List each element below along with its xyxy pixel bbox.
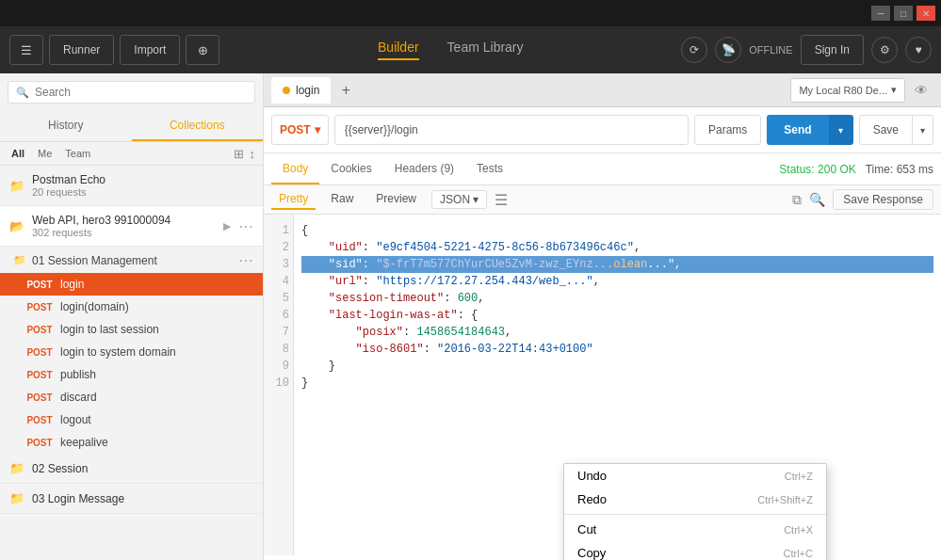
env-label: My Local R80 De... xyxy=(799,85,887,96)
code-line-6: "last-login-was-at": { xyxy=(301,307,933,324)
collection-web-api[interactable]: 📂 Web API, hero3 991000094 302 requests … xyxy=(0,206,263,247)
method-badge: POST xyxy=(24,414,55,426)
minimize-button[interactable]: ─ xyxy=(871,6,890,21)
send-btn-wrap: Send ▾ xyxy=(767,115,852,145)
send-button[interactable]: Send xyxy=(767,115,828,145)
ctx-cut[interactable]: Cut Ctrl+X xyxy=(564,518,826,541)
format-icon[interactable]: ☰ xyxy=(495,191,508,209)
tab-label: login xyxy=(296,84,319,97)
add-collection-button[interactable]: ⊞ xyxy=(234,147,244,161)
method-badge: POST xyxy=(24,279,55,291)
sidebar-list: 📁 Postman Echo 20 requests 📂 Web API, he… xyxy=(0,166,263,560)
runner-button[interactable]: Runner xyxy=(49,35,114,65)
top-nav: ☰ Runner Import ⊕ Builder Team Library ⟳… xyxy=(0,26,941,73)
save-arrow-button[interactable]: ▾ xyxy=(913,115,933,145)
request-name: discard xyxy=(60,391,97,404)
sign-in-button[interactable]: Sign In xyxy=(801,35,864,65)
ctx-redo[interactable]: Redo Ctrl+Shift+Z xyxy=(564,488,826,511)
save-button[interactable]: Save xyxy=(859,115,913,145)
request-login-domain[interactable]: POST login(domain) xyxy=(0,296,263,318)
search-input-wrap[interactable]: 🔍 xyxy=(8,81,255,104)
send-arrow-button[interactable]: ▾ xyxy=(829,115,853,145)
lang-select[interactable]: JSON ▾ xyxy=(431,190,487,209)
tab-body[interactable]: Body xyxy=(271,154,319,184)
request-discard[interactable]: POST discard xyxy=(0,386,263,408)
preview-button[interactable]: Preview xyxy=(368,189,424,210)
pretty-button[interactable]: Pretty xyxy=(271,189,316,210)
tab-team-library[interactable]: Team Library xyxy=(447,40,524,60)
maximize-button[interactable]: □ xyxy=(894,6,913,21)
method-arrow-icon: ▾ xyxy=(315,123,320,136)
search-bar: 🔍 xyxy=(0,73,263,111)
method-select[interactable]: POST ▾ xyxy=(271,115,329,145)
status-value: 200 OK xyxy=(818,163,856,176)
request-login-system-domain[interactable]: POST login to system domain xyxy=(0,341,263,363)
right-panel: login + My Local R80 De... ▾ 👁 POST ▾ Pa… xyxy=(264,73,941,560)
request-keepalive[interactable]: POST keepalive xyxy=(0,431,263,454)
copy-code-button[interactable]: ⧉ xyxy=(792,189,802,210)
filter-team[interactable]: Team xyxy=(61,146,94,161)
request-login[interactable]: POST login xyxy=(0,273,263,296)
eye-button[interactable]: 👁 xyxy=(909,78,933,103)
request-publish[interactable]: POST publish xyxy=(0,363,263,386)
context-menu: Undo Ctrl+Z Redo Ctrl+Shift+Z Cut Ctrl+X… xyxy=(563,463,827,560)
code-line-8: "iso-8601": "2016-03-22T14:43+0100" xyxy=(301,341,933,358)
group-more-icon[interactable]: ⋯ xyxy=(238,251,253,269)
ctx-copy[interactable]: Copy Ctrl+C xyxy=(564,541,826,560)
sync-icon[interactable]: ⟳ xyxy=(681,37,707,63)
method-badge: POST xyxy=(24,324,55,336)
params-button[interactable]: Params xyxy=(694,115,761,145)
collection-02-session[interactable]: 📁 02 Session xyxy=(0,454,263,484)
code-line-3: "sid": "$-frT7m577ChYurCUe5ZvM-zwz_EYnz.… xyxy=(301,256,933,273)
ctx-divider xyxy=(564,514,826,515)
request-login-last-session[interactable]: POST login to last session xyxy=(0,318,263,341)
save-response-button[interactable]: Save Response xyxy=(833,189,933,210)
add-tab-button[interactable]: + xyxy=(334,79,357,102)
sidebar-toggle-button[interactable]: ☰ xyxy=(9,35,43,65)
more-options-icon[interactable]: ⋯ xyxy=(238,217,253,235)
status-label: Status: 200 OK xyxy=(779,163,855,176)
offline-status: OFFLINE xyxy=(749,44,792,56)
request-bar: POST ▾ Params Send ▾ Save ▾ xyxy=(264,107,941,153)
code-line-1: { xyxy=(301,222,933,239)
code-line-9: } xyxy=(301,358,933,375)
tab-history[interactable]: History xyxy=(0,111,132,141)
close-button[interactable]: ✕ xyxy=(917,6,935,21)
env-arrow-icon: ▾ xyxy=(891,84,897,96)
satellite-icon: 📡 xyxy=(715,37,741,63)
env-dropdown[interactable]: My Local R80 De... ▾ xyxy=(790,78,905,103)
collection-03-login-message[interactable]: 📁 03 Login Message xyxy=(0,484,263,514)
method-badge: POST xyxy=(24,369,55,381)
settings-icon[interactable]: ⚙ xyxy=(871,37,898,63)
filter-me[interactable]: Me xyxy=(34,146,56,161)
save-btn-wrap: Save ▾ xyxy=(859,115,933,145)
filter-actions: ⊞ ↕ xyxy=(234,147,256,161)
tab-tests[interactable]: Tests xyxy=(465,154,514,184)
filter-all[interactable]: All xyxy=(8,146,28,161)
nav-center: Builder Team Library xyxy=(225,40,675,60)
request-tab-login[interactable]: login xyxy=(271,77,331,104)
tab-cookies[interactable]: Cookies xyxy=(319,154,382,184)
request-name: login to system domain xyxy=(60,345,176,359)
code-actions: ⧉ 🔍 Save Response xyxy=(792,189,933,210)
collection-postman-echo[interactable]: 📁 Postman Echo 20 requests xyxy=(0,166,263,206)
method-label: POST xyxy=(280,123,311,136)
tab-headers[interactable]: Headers (9) xyxy=(383,154,465,184)
new-tab-button[interactable]: ⊕ xyxy=(186,35,219,65)
ctx-label: Redo xyxy=(577,492,607,506)
heart-icon[interactable]: ♥ xyxy=(905,37,932,63)
sort-button[interactable]: ↕ xyxy=(250,147,256,161)
lang-arrow-icon: ▾ xyxy=(473,193,479,206)
tab-dot xyxy=(283,87,290,94)
search-input[interactable] xyxy=(35,86,247,99)
request-logout[interactable]: POST logout xyxy=(0,408,263,431)
url-input[interactable] xyxy=(334,115,689,145)
ctx-undo[interactable]: Undo Ctrl+Z xyxy=(564,464,826,488)
tab-collections[interactable]: Collections xyxy=(132,111,264,141)
sidebar-tabs: History Collections xyxy=(0,111,263,142)
import-button[interactable]: Import xyxy=(120,35,180,65)
nav-right: ⟳ 📡 OFFLINE Sign In ⚙ ♥ xyxy=(681,35,932,65)
tab-builder[interactable]: Builder xyxy=(378,40,419,60)
raw-button[interactable]: Raw xyxy=(323,189,361,210)
search-code-button[interactable]: 🔍 xyxy=(809,189,825,210)
